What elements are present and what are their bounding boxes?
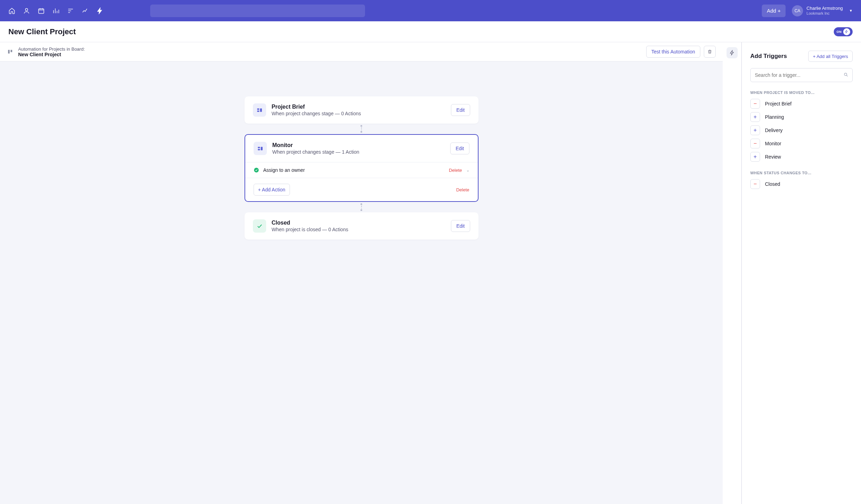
triggers-panel: Add Triggers + Add all Triggers When pro… (742, 42, 861, 504)
trigger-item[interactable]: + Review (750, 152, 853, 162)
global-search[interactable] (150, 5, 365, 17)
check-icon (253, 219, 266, 233)
stage-delete[interactable]: Delete (456, 187, 469, 192)
toggle-knob (843, 28, 850, 35)
action-row[interactable]: Assign to an owner Delete ⌄ (245, 162, 478, 178)
svg-rect-6 (260, 109, 262, 112)
board-icon (254, 142, 267, 155)
trend-icon[interactable] (82, 7, 89, 14)
card-title: Project Brief (272, 104, 446, 110)
card-titles: Closed When project is closed — 0 Action… (272, 220, 446, 232)
search-input[interactable] (150, 5, 365, 17)
trigger-item[interactable]: + Planning (750, 112, 853, 122)
nav-icons (8, 7, 103, 14)
add-button[interactable]: Add + (762, 5, 786, 17)
board-icon (7, 49, 13, 54)
plus-icon[interactable]: + (750, 112, 760, 122)
connector (245, 124, 479, 134)
edit-button[interactable]: Edit (451, 220, 470, 232)
minus-icon[interactable]: − (750, 179, 760, 189)
user-org: Lookmark Inc (807, 11, 843, 16)
list-icon[interactable] (67, 7, 74, 14)
canvas: Automation for Projects in Board: New Cl… (0, 42, 723, 504)
trigger-search-input[interactable] (750, 68, 853, 82)
chevron-down-icon: ▼ (849, 9, 853, 13)
toggle-label: ON (837, 30, 842, 34)
avatar: CA (792, 5, 803, 16)
minus-icon[interactable]: − (750, 139, 760, 148)
card-footer: + Add Action Delete (245, 178, 478, 201)
edit-button[interactable]: Edit (450, 143, 469, 154)
page-header: New Client Project ON (0, 21, 861, 42)
person-icon[interactable] (23, 7, 30, 14)
minus-icon[interactable]: − (750, 99, 760, 109)
plus-icon[interactable]: + (750, 152, 760, 162)
action-label: Assign to an owner (263, 167, 445, 173)
trigger-search[interactable] (750, 68, 853, 82)
canvas-header-text: Automation for Projects in Board: New Cl… (18, 46, 85, 57)
calendar-icon[interactable] (38, 7, 45, 14)
svg-rect-3 (10, 50, 12, 52)
panel-title: Add Triggers (750, 53, 787, 60)
trigger-item[interactable]: − Monitor (750, 139, 853, 148)
stage-card-closed[interactable]: Closed When project is closed — 0 Action… (245, 212, 479, 240)
add-all-triggers-button[interactable]: + Add all Triggers (808, 51, 853, 62)
card-head: Monitor When project changes stage — 1 A… (245, 135, 478, 162)
bars-icon[interactable] (52, 7, 59, 14)
nav-right: Add + CA Charlie Armstrong Lookmark Inc … (762, 5, 853, 17)
card-subtitle: When project is closed — 0 Actions (272, 227, 446, 232)
board-icon (253, 103, 266, 117)
test-automation-button[interactable]: Test this Automation (646, 46, 700, 58)
action-delete[interactable]: Delete (449, 168, 462, 173)
user-text: Charlie Armstrong Lookmark Inc (807, 6, 843, 16)
stage-card-brief[interactable]: Project Brief When project changes stage… (245, 96, 479, 124)
trigger-section-label: When project is moved to… (750, 90, 853, 95)
card-title: Monitor (272, 142, 445, 148)
trigger-section-label: When status changes to… (750, 171, 853, 175)
plus-icon[interactable]: + (750, 125, 760, 135)
automation-toggle[interactable]: ON (834, 27, 853, 36)
canvas-header-actions: Test this Automation (646, 46, 716, 58)
svg-rect-7 (258, 147, 260, 148)
svg-point-0 (25, 8, 28, 11)
trigger-name: Review (765, 154, 781, 160)
page-header-right: ON (834, 27, 853, 36)
card-subtitle: When project changes stage — 1 Action (272, 149, 445, 155)
top-nav: Add + CA Charlie Armstrong Lookmark Inc … (0, 0, 861, 21)
svg-rect-9 (261, 147, 262, 151)
bolt-icon[interactable] (727, 47, 738, 58)
trigger-item[interactable]: − Project Brief (750, 99, 853, 109)
card-head: Project Brief When project changes stage… (245, 96, 479, 124)
right-rail (723, 42, 742, 504)
canvas-header: Automation for Projects in Board: New Cl… (0, 42, 723, 61)
svg-point-10 (254, 168, 258, 172)
add-action-button[interactable]: + Add Action (254, 184, 290, 196)
delete-automation-button[interactable] (704, 46, 716, 58)
flow: Project Brief When project changes stage… (245, 96, 479, 240)
search-icon (844, 72, 848, 79)
home-icon[interactable] (8, 7, 15, 14)
svg-rect-8 (258, 149, 260, 151)
trigger-item[interactable]: + Delivery (750, 125, 853, 135)
edit-button[interactable]: Edit (451, 104, 470, 116)
check-circle-icon (254, 167, 259, 173)
svg-rect-1 (39, 9, 44, 13)
bolt-icon[interactable] (96, 7, 103, 14)
trigger-name: Closed (765, 181, 780, 187)
card-subtitle: When project changes stage — 0 Actions (272, 111, 446, 116)
trigger-name: Project Brief (765, 101, 791, 107)
chevron-down-icon[interactable]: ⌄ (466, 168, 469, 173)
page-title: New Client Project (8, 27, 76, 36)
stage-card-monitor[interactable]: Monitor When project changes stage — 1 A… (245, 134, 479, 202)
main: Automation for Projects in Board: New Cl… (0, 42, 861, 504)
card-titles: Project Brief When project changes stage… (272, 104, 446, 116)
trigger-list-status: − Closed (750, 179, 853, 189)
card-title: Closed (272, 220, 446, 226)
user-name: Charlie Armstrong (807, 6, 843, 11)
trigger-list-moved: − Project Brief + Planning + Delivery − … (750, 99, 853, 162)
trigger-item[interactable]: − Closed (750, 179, 853, 189)
trigger-name: Delivery (765, 127, 783, 133)
svg-rect-4 (257, 109, 259, 110)
card-titles: Monitor When project changes stage — 1 A… (272, 142, 445, 155)
user-menu[interactable]: CA Charlie Armstrong Lookmark Inc ▼ (792, 5, 853, 16)
